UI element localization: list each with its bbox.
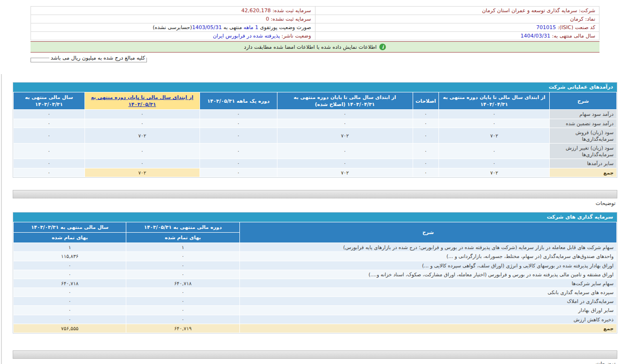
row-label: واحدهای صندوق‌های سرمایه‌گذاری (در سهام،… — [239, 252, 616, 261]
row-label: درآمد سود سهام — [550, 110, 617, 119]
amounts-note-box: کلیه مبالغ درج شده به میلیون ریال می باش… — [31, 55, 147, 62]
table-row: سایر اوراق بهادار۰۰ — [14, 306, 617, 315]
cell-value: ۰ — [413, 128, 438, 143]
company-info-section: شرکت: سرمایه گذاری توسعه و عمران استان ک… — [31, 6, 599, 40]
cell-value: ۰ — [14, 288, 126, 297]
info-row: سال مالی منتهی به: 1404/03/31 وضعیت ناشر… — [31, 32, 599, 40]
amounts-note: کلیه مبالغ درج شده به میلیون ریال می باش… — [49, 55, 146, 61]
cell-value: ۰ — [14, 119, 85, 128]
operating-revenues-title: درآمدهای عملیاتی شرکت — [13, 83, 617, 92]
cell-value: ۰ — [438, 159, 549, 168]
col-prior-ytd-adjusted: از ابتدای سال مالی تا پایان دوره منتهی ب… — [277, 92, 413, 110]
registered-capital-label: سرمایه ثبت شده: — [272, 8, 311, 14]
table-row: ذخیره کاهش ارزش۰۰ — [14, 315, 617, 324]
cell-value: ۰ — [14, 159, 85, 168]
cell-value: ۷۰۲ — [85, 168, 200, 177]
cell-value: ۶۴۰,۷۱۹ — [126, 324, 240, 333]
total-row: جمع۶۴۰,۷۱۹۷۵۶,۵۵۵ — [14, 324, 617, 333]
registered-capital-cell: سرمایه ثبت شده: 42,620,178 — [31, 7, 315, 15]
row-label: اوراق مشتقه و تامین مالی پذیرفته شده در … — [239, 270, 616, 279]
cell-value: ۰ — [277, 159, 413, 168]
investments-title: سرمایه گذاری های شرکت — [13, 212, 617, 222]
statement-title-label: صورت وضعیت پورتفوی — [260, 24, 311, 30]
cell-value: ۰ — [413, 159, 438, 168]
cell-value: ۰ — [277, 119, 413, 128]
table-row: سرمایه‌گذاری در املاک۰۰ — [14, 297, 617, 306]
col-one-month-period: دوره یک ماهه ۱۴۰۳/۰۵/۳۱ — [200, 92, 277, 110]
banner-text: اطلاعات نمایش داده شده با اطلاعات امضا ش… — [244, 44, 377, 50]
unregistered-capital-label: سرمایه ثبت نشده: — [271, 16, 311, 22]
row-label: جمع — [239, 324, 616, 333]
table-row: اوراق مشتقه و تامین مالی پذیرفته شده در … — [14, 270, 617, 279]
cell-value: ۰ — [126, 288, 240, 297]
cell-value: ۰ — [438, 144, 549, 159]
row-label: سود (زیان) تغییر ارزش سرمایه‌گذاری‌ها — [550, 144, 617, 159]
cell-value: ۰ — [413, 144, 438, 159]
cell-value: ۰ — [126, 270, 240, 279]
cell-value: ۱۱۵,۸۳۶ — [14, 252, 126, 261]
table-row: درآمد سود سهام۰۰۰۰۰۰ — [14, 110, 617, 119]
cell-value: ۰ — [14, 144, 85, 159]
cell-value: ۰ — [14, 128, 85, 143]
cell-value: ۷۰۲ — [438, 168, 549, 177]
row-label: سرمایه‌گذاری در املاک — [239, 297, 616, 306]
cell-value: ۰ — [126, 261, 240, 270]
row-label: اوراق بهادار پذیرفته شده در بورسهای کالا… — [239, 261, 616, 270]
cell-value: ۰ — [277, 144, 413, 159]
table-row: واحدهای صندوق‌های سرمایه‌گذاری (در سهام،… — [14, 252, 617, 261]
table-row: سهام سایر شرکت‌ها۶۴۰,۷۱۸۶۴۰,۷۱۸ — [14, 279, 617, 288]
symbol-cell: نماد: کرمان — [315, 15, 599, 23]
company-cell: شرکت: سرمایه گذاری توسعه و عمران استان ک… — [315, 7, 599, 15]
table-row: سود (زیان) تغییر ارزش سرمایه‌گذاری‌ها۰۰۰… — [14, 144, 617, 159]
statement-audit-status: (حسابرسی نشده) — [153, 24, 192, 30]
cell-value: ۰ — [85, 159, 200, 168]
statement-date: 1403/05/31 — [192, 24, 222, 30]
cell-value: ۰ — [14, 297, 126, 306]
scrollbar-track[interactable] — [1, 74, 2, 364]
registered-capital-value: 42,620,178 — [241, 8, 271, 14]
col-fiscal-year: سال مالی منتهی به ۱۴۰۳/۰۳/۳۱ — [14, 92, 85, 110]
col-period-cost: بهای تمام شده — [126, 233, 240, 243]
operating-revenues-table: شرح از ابتدای سال مالی تا پایان دوره منت… — [13, 92, 617, 177]
fiscal-year-cell: سال مالی منتهی به: 1404/03/31 — [315, 32, 599, 40]
unregistered-capital-cell: سرمایه ثبت نشده: 0 — [31, 15, 315, 23]
cell-value: ۰ — [413, 119, 438, 128]
cell-value: ۰ — [85, 144, 200, 159]
table-row: درآمد سود تضمین شده۰۰۰۰۰۰ — [14, 119, 617, 128]
row-label: سهام سایر شرکت‌ها — [239, 279, 616, 288]
isic-value: 701015 — [536, 24, 556, 30]
cell-value: ۰ — [200, 119, 277, 128]
cell-value: ۷۰۲ — [85, 128, 200, 143]
row-label: سایر اوراق بهادار — [239, 306, 616, 315]
cell-value: ۰ — [438, 119, 549, 128]
issuer-status-cell: وضعیت ناشر: پذیرفته شده در فرابورس ایران — [31, 32, 315, 40]
cell-value: ۰ — [200, 144, 277, 159]
cell-value: ۱ — [126, 243, 240, 252]
cell-value: ۰ — [126, 306, 240, 315]
cell-value: ۰ — [14, 270, 126, 279]
cell-value: ۷۰۲ — [277, 168, 413, 177]
notes-label: توضیحات — [13, 198, 617, 206]
cell-value: ۰ — [413, 110, 438, 119]
cell-value: ۰ — [438, 110, 549, 119]
col-adjustments: اصلاحات — [413, 92, 438, 110]
unregistered-capital-value: 0 — [266, 16, 269, 22]
table-row: سهام شرکت های قابل معامله در بازار سرمای… — [14, 243, 617, 252]
col-desc: شرح — [550, 92, 617, 110]
col-fiscal-year: سال مالی منتهی به ۱۴۰۳/۰۳/۳۱ — [14, 222, 126, 232]
cell-value: ۰ — [126, 297, 240, 306]
statement-middle: منتهی به — [223, 24, 242, 30]
table-row: سود (زیان) فروش سرمایه‌گذاری‌ها۷۰۲۰۷۰۲۰۷… — [14, 128, 617, 143]
info-row: شرکت: سرمایه گذاری توسعه و عمران استان ک… — [31, 7, 599, 15]
row-label: درآمد سود تضمین شده — [550, 119, 617, 128]
row-label: سایر درآمدها — [550, 159, 617, 168]
col-current-ytd-link[interactable]: از ابتدای سال مالی تا پایان دوره منتهی ب… — [85, 92, 200, 110]
portfolio-report-page: { "theme": { "title_bar_color": "#2d9dc7… — [0, 0, 630, 364]
fiscal-year-value: 1404/03/31 — [521, 33, 550, 39]
operating-header-row: شرح از ابتدای سال مالی تا پایان دوره منت… — [14, 92, 617, 110]
cell-value: ۷۵۶,۵۵۵ — [14, 324, 126, 333]
col-prior-ytd: از ابتدای سال مالی تا پایان دوره منتهی ب… — [438, 92, 549, 110]
cell-value: ۰ — [14, 306, 126, 315]
cell-value: ۰ — [85, 119, 200, 128]
notes-label: توضیحات — [13, 359, 617, 364]
